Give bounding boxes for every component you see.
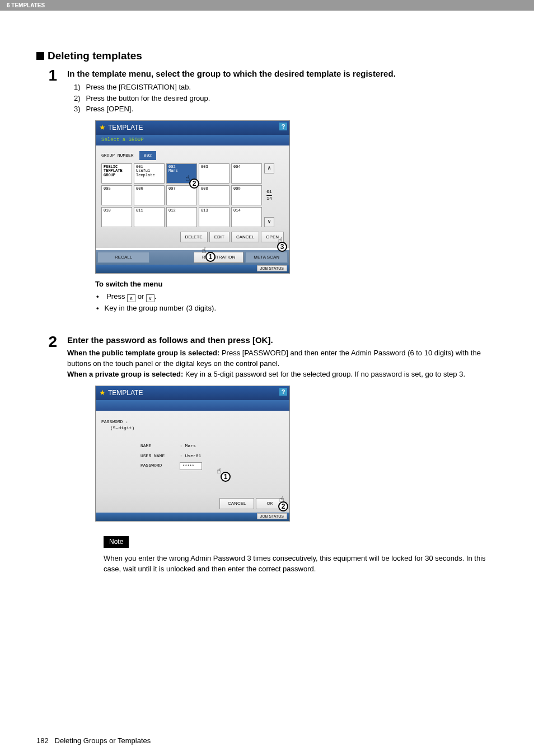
name-value: : Mars — [180, 443, 196, 449]
panel-titlebar: ★ TEMPLATE ? — [96, 121, 289, 135]
switch-menu-title: To switch the menu — [95, 279, 498, 290]
group-cell-008[interactable]: 008 — [199, 185, 229, 205]
group-cell-003[interactable]: 003 — [199, 163, 229, 184]
step-number-2: 2 — [36, 334, 67, 527]
panel-subtitle-empty — [96, 400, 289, 411]
group-cell-010[interactable]: 010 — [101, 207, 132, 227]
cancel-button[interactable]: CANCEL — [231, 232, 259, 243]
step1-sub1: Press the [REGISTRATION] tab. — [74, 82, 498, 93]
scroll-down-button[interactable]: ∨ — [264, 217, 274, 227]
note-label: Note — [104, 536, 129, 548]
password-panel: ★ TEMPLATE ? PASSWORD : (5-digit) NAME: — [95, 386, 290, 522]
switch-line2: Key in the group number (3 digits). — [96, 303, 498, 314]
page-indicator: 01 14 — [264, 189, 274, 201]
panel-title: TEMPLATE — [108, 123, 143, 133]
down-arrow-icon: ∨ — [146, 294, 154, 302]
page-number: 182 — [36, 736, 49, 745]
section-heading-text: Deleting templates — [48, 50, 142, 62]
panel-title: TEMPLATE — [108, 388, 143, 398]
open-button[interactable]: OPEN — [261, 232, 284, 243]
group-cell-006[interactable]: 006 — [134, 185, 165, 205]
group-cell-005[interactable]: 005 — [101, 185, 132, 205]
help-button[interactable]: ? — [279, 388, 287, 396]
tab-meta-scan[interactable]: META SCAN — [245, 252, 288, 263]
step2-public-prefix: When the public template group is select… — [67, 349, 219, 357]
up-arrow-icon: ∧ — [127, 294, 135, 302]
delete-button[interactable]: DELETE — [180, 232, 208, 243]
group-cell-004[interactable]: 004 — [231, 163, 262, 184]
note-text: When you enter the wrong Admin Password … — [104, 553, 498, 575]
chapter-header: 6 TEMPLATES — [0, 0, 534, 11]
callout-1: 1 — [205, 252, 216, 262]
job-status-button[interactable]: JOB STATUS — [257, 513, 287, 519]
square-icon — [36, 52, 44, 60]
password-input[interactable]: ***** — [180, 462, 202, 470]
help-button[interactable]: ? — [279, 123, 287, 130]
section-heading: Deleting templates — [36, 50, 498, 62]
group-cell-011[interactable]: 011 — [134, 207, 165, 227]
page-footer: 182 Deleting Groups or Templates — [36, 736, 151, 745]
group-number-label: GROUP NUMBER — [101, 152, 134, 159]
panel-titlebar: ★ TEMPLATE ? — [96, 386, 289, 400]
tab-registration[interactable]: REGISTRATION — [194, 252, 243, 263]
username-key: USER NAME — [140, 453, 180, 459]
step2-title: Enter the password as follows and then p… — [67, 334, 498, 346]
template-group-panel: ★ TEMPLATE ? Select a GROUP GROUP NUMBER… — [95, 120, 290, 274]
name-key: NAME — [140, 443, 180, 449]
tab-recall[interactable]: RECALL — [97, 252, 149, 263]
group-cell-013[interactable]: 013 — [199, 207, 229, 227]
step2-private-text: Key in a 5-digit password set for the se… — [183, 370, 465, 378]
scroll-up-button[interactable]: ∧ — [264, 163, 274, 173]
step-number-1: 1 — [36, 68, 67, 325]
group-grid: PUBLIC TEMPLATE GROUP001 Useful Template… — [101, 163, 262, 227]
step2-private-prefix: When a private group is selected: — [67, 370, 183, 378]
step1-sub3: Press [OPEN]. — [74, 104, 498, 115]
chapter-text: 6 TEMPLATES — [7, 2, 45, 8]
switch-line1: Press ∧ or ∨. — [96, 292, 498, 302]
group-number-field[interactable]: 002 — [139, 151, 156, 160]
footer-text: Deleting Groups or Templates — [55, 736, 151, 745]
callout-2: 2 — [278, 501, 288, 511]
panel-subtitle: Select a GROUP — [96, 135, 289, 145]
star-icon: ★ — [99, 388, 106, 398]
callout-1: 1 — [221, 472, 231, 482]
cancel-button[interactable]: CANCEL — [219, 498, 254, 509]
username-value: : User01 — [180, 453, 201, 459]
group-cell-009[interactable]: 009 — [231, 185, 262, 205]
group-cell-012[interactable]: 012 — [166, 207, 197, 227]
group-cell-001[interactable]: 001 Useful Template — [134, 163, 165, 184]
step1-title: In the template menu, select the group t… — [67, 68, 498, 80]
password-key: PASSWORD — [140, 462, 180, 470]
step1-sub2: Press the button for the desired group. — [74, 93, 498, 104]
password-label-block: PASSWORD : (5-digit) — [101, 419, 284, 431]
public-template-group-cell[interactable]: PUBLIC TEMPLATE GROUP — [101, 163, 132, 184]
callout-3: 3 — [277, 242, 287, 252]
edit-button[interactable]: EDIT — [209, 232, 229, 243]
star-icon: ★ — [99, 123, 106, 133]
group-cell-014[interactable]: 014 — [231, 207, 262, 227]
job-status-button[interactable]: JOB STATUS — [257, 265, 287, 271]
